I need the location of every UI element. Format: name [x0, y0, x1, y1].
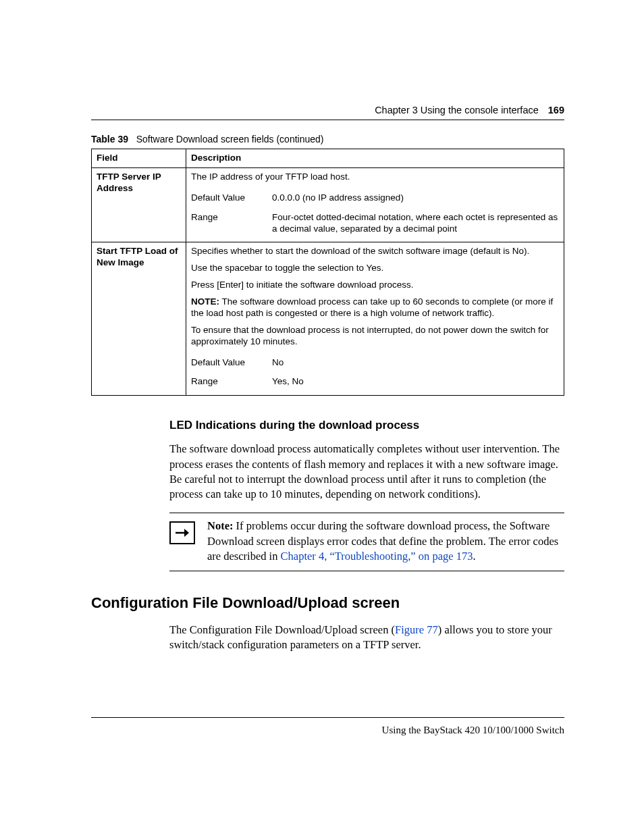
- range-label: Range: [191, 208, 272, 239]
- range-value: Yes, No: [272, 372, 559, 392]
- note-tail: .: [473, 550, 475, 563]
- fields-table: Field Description TFTP Server IP Address…: [91, 149, 564, 396]
- desc-text: The IP address of your TFTP load host.: [191, 172, 559, 183]
- footer-text: Using the BayStack 420 10/100/1000 Switc…: [91, 725, 564, 736]
- figure-link[interactable]: Figure 77: [395, 623, 438, 636]
- table-number: Table 39: [91, 134, 128, 145]
- table-row: TFTP Server IP Address The IP address of…: [92, 167, 564, 242]
- section-heading-led: LED Indications during the download proc…: [169, 419, 564, 432]
- default-value: 0.0.0.0 (no IP address assigned): [272, 188, 559, 208]
- col-field: Field: [92, 149, 186, 168]
- running-header: Chapter 3 Using the console interface 16…: [91, 105, 564, 115]
- default-value: No: [272, 353, 559, 373]
- section-heading-config: Configuration File Download/Upload scree…: [91, 594, 564, 612]
- note-text: The software download process can take u…: [191, 296, 553, 318]
- page-number: 169: [548, 105, 564, 115]
- table-header-row: Field Description: [92, 149, 564, 168]
- default-label: Default Value: [191, 353, 272, 373]
- note-block: Note: If problems occur during the softw…: [169, 513, 564, 571]
- desc-text: Press [Enter] to initiate the software d…: [191, 280, 559, 291]
- field-desc-cell: The IP address of your TFTP load host. D…: [186, 167, 564, 242]
- table-caption-text: Software Download screen fields (continu…: [136, 134, 324, 145]
- chapter-title: Chapter 3 Using the console interface: [375, 105, 539, 115]
- range-value: Four-octet dotted-decimal notation, wher…: [272, 208, 559, 239]
- note-label: Note:: [207, 519, 233, 532]
- field-name-cell: Start TFTP Load of New Image: [92, 242, 186, 396]
- desc-note: NOTE: The software download process can …: [191, 296, 559, 319]
- svg-marker-1: [184, 529, 189, 537]
- table-row: Start TFTP Load of New Image Specifies w…: [92, 242, 564, 396]
- table-caption: Table 39 Software Download screen fields…: [91, 134, 564, 145]
- field-name-cell: TFTP Server IP Address: [92, 167, 186, 242]
- note-label: NOTE:: [191, 296, 219, 307]
- note-body: Note: If problems occur during the softw…: [207, 519, 564, 564]
- body-paragraph: The software download process automatica…: [169, 442, 564, 502]
- desc-text: Use the spacebar to toggle the selection…: [191, 263, 559, 274]
- field-desc-cell: Specifies whether to start the download …: [186, 242, 564, 396]
- page: Chapter 3 Using the console interface 16…: [0, 0, 644, 834]
- arrow-right-icon: [169, 521, 195, 544]
- note-link[interactable]: Chapter 4, “Troubleshooting,” on page 17…: [281, 550, 473, 563]
- footer-rule: [91, 717, 564, 718]
- body-paragraph: The Configuration File Download/Upload s…: [169, 623, 564, 653]
- default-label: Default Value: [191, 188, 272, 208]
- inner-table: Default Value No Range Yes, No: [191, 353, 559, 392]
- range-label: Range: [191, 372, 272, 392]
- page-footer: Using the BayStack 420 10/100/1000 Switc…: [91, 717, 564, 736]
- desc-text: To ensure that the download process is n…: [191, 325, 559, 348]
- desc-text: Specifies whether to start the download …: [191, 246, 559, 257]
- para2-a: The Configuration File Download/Upload s…: [169, 623, 395, 636]
- col-description: Description: [186, 149, 564, 168]
- inner-table: Default Value 0.0.0.0 (no IP address ass…: [191, 188, 559, 239]
- header-rule: [91, 120, 564, 120]
